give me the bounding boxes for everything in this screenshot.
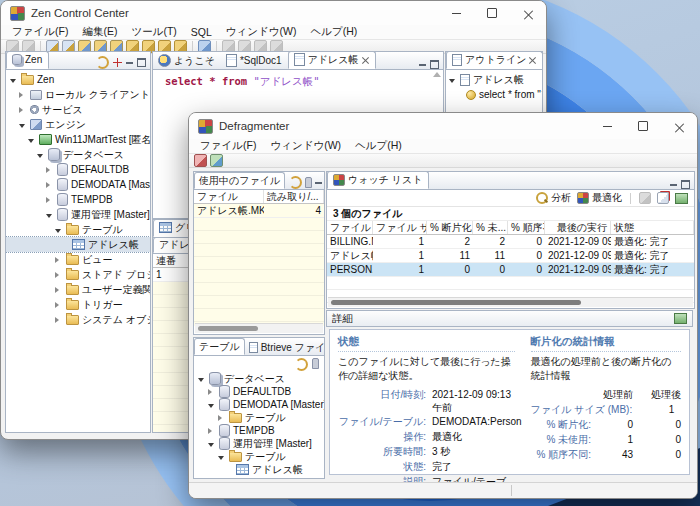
expand-icon[interactable] [208,389,212,395]
expand-icon[interactable] [55,272,59,278]
tree-item-tempdb[interactable]: TEMPDB [194,424,324,437]
watch-hscrollbar[interactable] [328,297,693,307]
expand-icon[interactable] [55,257,59,263]
filter-icon[interactable] [113,58,122,67]
collapse-icon[interactable] [208,443,214,447]
collapse-icon[interactable] [46,214,52,218]
expand-icon[interactable] [46,167,50,173]
tab-btrieve-files[interactable]: Btrieve ファイル [245,340,325,355]
tree-item-tempdb[interactable]: TEMPDB [6,192,150,207]
tree-item-system-objects[interactable]: システム オブジェクト [6,312,150,327]
tab-zen-explorer[interactable]: Zen [6,51,49,69]
expand-icon[interactable] [46,197,50,203]
tree-item-engines[interactable]: エンジン [6,117,150,132]
tree-item-address-book[interactable]: アドレス帳 [6,237,150,252]
refresh-icon[interactable] [295,358,308,371]
column-file-size[interactable]: ファイル サイ... [373,221,427,234]
tree-item-defaultdb[interactable]: DEFAULTDB [194,385,324,398]
pin-icon[interactable] [312,358,319,369]
close-button[interactable] [661,113,697,139]
tab-address-book[interactable]: アドレス帳 [288,51,376,69]
tab-tables[interactable]: テーブル [194,338,245,355]
expand-icon[interactable] [208,428,212,434]
tree-item-operations-db[interactable]: 運用管理 [Master] [6,207,150,222]
tree-item-databases[interactable]: データベース [6,147,150,162]
menu-tools[interactable]: ツール(T) [124,25,183,39]
outline-statement-item[interactable]: select * from "アドレス帳" [446,87,542,102]
zen-titlebar[interactable]: Zen Control Center [1,1,546,25]
column-out-of-order[interactable]: % 順序不同 [508,221,545,234]
menu-file[interactable]: ファイル(F) [5,25,75,39]
tree-item-tables-folder[interactable]: テーブル [194,450,324,463]
column-unused[interactable]: % 未... [473,221,508,234]
maximize-view-icon[interactable] [137,58,146,67]
expand-icon[interactable] [46,182,50,188]
collapse-icon[interactable] [55,229,61,233]
add-to-watch-icon[interactable] [657,192,669,204]
minimize-view-icon[interactable] [670,184,677,186]
collapse-icon[interactable] [198,378,204,382]
tab-files-in-use[interactable]: 使用中のファイル [194,172,285,189]
tree-item-zen[interactable]: Zen [6,72,150,87]
watch-row-person[interactable]: PERSON.MK... 1 0 0 0 2021-12-09 09:1... … [327,263,694,277]
login-icon[interactable] [194,154,207,167]
chart-icon[interactable] [675,193,688,204]
maximize-view-icon[interactable] [430,60,439,69]
minimize-button[interactable] [438,1,474,25]
close-tab-icon[interactable] [529,56,536,63]
menu-help[interactable]: ヘルプ(H) [303,25,364,39]
tree-item-user-functions[interactable]: ユーザー定義関数 [6,282,150,297]
close-tab-icon[interactable] [362,56,369,63]
menu-window[interactable]: ウィンドウ(W) [219,25,304,39]
minimize-view-icon[interactable] [126,62,133,64]
tree-item-triggers[interactable]: トリガー [6,297,150,312]
column-file[interactable]: ファイル [327,221,373,234]
tab-welcome[interactable]: ようこそ [153,53,221,69]
menu-file[interactable]: ファイル(F) [193,139,263,153]
tab-outline[interactable]: アウトライン [446,51,543,69]
column-file[interactable]: ファイル [194,190,264,203]
maximize-view-icon[interactable] [681,180,690,189]
expand-icon[interactable] [55,287,59,293]
collapse-icon[interactable] [28,139,34,143]
collapse-icon[interactable] [208,404,214,408]
tree-item-local-clients[interactable]: ローカル クライアント [6,87,150,102]
tree-item-defaultdb[interactable]: DEFAULTDB [6,162,150,177]
tree-item-services[interactable]: サービス [6,102,150,117]
collapse-icon[interactable] [449,79,455,83]
tree-item-views-folder[interactable]: ビュー [6,252,150,267]
close-button[interactable] [510,1,546,25]
scrollbar-thumb[interactable] [198,326,258,331]
tree-item-address-book[interactable]: アドレス帳 [194,463,324,476]
restore-view-icon[interactable] [674,313,687,324]
collapse-icon[interactable] [19,124,25,128]
tree-item-tables-folder[interactable]: テーブル [194,411,324,424]
tree-item-server[interactable]: Win11JMartTest [匿名] [6,132,150,147]
remove-from-watch-icon[interactable] [639,192,651,204]
tree-item-demodata[interactable]: DEMODATA [Master] [6,177,150,192]
link-editor-icon[interactable] [96,56,109,69]
maximize-button[interactable] [474,1,510,25]
expand-icon[interactable] [55,317,59,323]
menu-window[interactable]: ウィンドウ(W) [263,139,348,153]
column-last-run[interactable]: 最後の実行 [545,221,611,234]
outline-root-item[interactable]: アドレス帳 [446,72,542,87]
expand-icon[interactable] [55,302,59,308]
minimize-view-icon[interactable] [315,182,322,184]
files-hscrollbar[interactable] [195,323,323,333]
tree-item-databases[interactable]: データベース [194,372,324,385]
files-row[interactable]: アドレス帳.MKD 4 [194,204,324,218]
watch-list-icon[interactable] [210,154,223,167]
tree-item-demodata[interactable]: DEMODATA [Master] [194,398,324,411]
collapse-icon[interactable] [218,456,224,460]
expand-icon[interactable] [19,107,23,113]
scroll-up-icon[interactable] [433,72,441,77]
menu-sql[interactable]: SQL [184,26,219,38]
tab-sqldoc1[interactable]: *SqlDoc1 [221,53,288,69]
sql-editor-content[interactable]: select * from "アドレス帳" [153,70,443,89]
tree-item-operations-db[interactable]: 運用管理 [Master] [194,437,324,450]
expand-icon[interactable] [19,92,23,98]
tab-watch-list[interactable]: ウォッチ リスト [327,171,429,189]
minimize-button[interactable] [589,113,625,139]
watch-row-billing[interactable]: BILLING.MKD 1 2 2 0 2021-12-09 09:1... 最… [327,235,694,249]
